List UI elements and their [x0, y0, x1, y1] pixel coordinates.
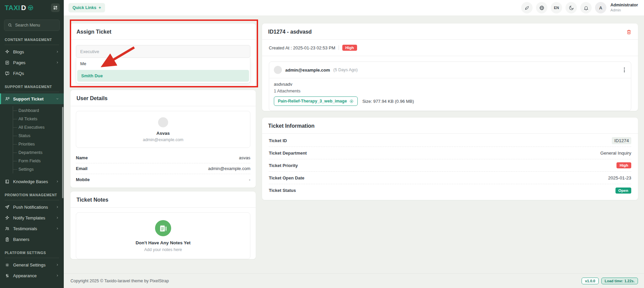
sidebar-item-appearance[interactable]: Appearance	[0, 270, 64, 281]
language-globe-button[interactable]	[536, 2, 547, 13]
submenu-item-priorities[interactable]: Priorities	[13, 140, 64, 148]
attachment-chip[interactable]: Pain-Relief-Therapy_3_web_image	[274, 96, 358, 106]
notes-empty-subtitle: Add your notes here	[80, 247, 247, 252]
sidebar-item-label: Knowledge Bases	[13, 179, 52, 184]
submenu-item-settings[interactable]: Settings	[13, 165, 64, 173]
row-label: Name	[76, 155, 88, 160]
language-code-button[interactable]: EN	[551, 2, 562, 13]
row-value: asvas	[239, 155, 250, 160]
headset-person-icon	[5, 96, 10, 101]
sidebar-item-label: Pages	[13, 60, 52, 65]
logo-text-white: D	[21, 4, 26, 12]
user-details-card: User Details Asvas admin@example.com Nam…	[70, 90, 256, 188]
chevron-down-icon	[56, 97, 59, 100]
sidebar-item-knowledge-bases[interactable]: Knowledge Bases	[0, 176, 64, 187]
section-label-platform-settings: PLATFORM SETTINGS	[5, 251, 59, 258]
submenu-item-form-fields[interactable]: Form Fields	[13, 157, 64, 165]
sidebar-item-support-ticket[interactable]: Support Ticket	[0, 93, 64, 104]
detail-row-name: Name asvas	[76, 153, 250, 163]
submenu-item-departments[interactable]: Departments	[13, 148, 64, 157]
ticket-message: admin@example.com (5 Days Ago) asdvsadv …	[269, 61, 631, 111]
sidebar-item-push-notifications[interactable]: Push Notifications	[0, 202, 64, 212]
chevron-right-icon	[56, 263, 59, 266]
detail-row-mobile: Mobile -	[76, 174, 250, 185]
avatar[interactable]: A	[595, 2, 606, 13]
message-menu-button[interactable]	[623, 66, 626, 74]
search-input[interactable]	[15, 23, 56, 28]
clipboard-icon	[5, 237, 10, 242]
sidebar-item-pages[interactable]: Pages	[0, 57, 64, 68]
profile-email: admin@example.com	[80, 137, 247, 142]
user-details-rows: Name asvas Email admin@example.com Mobil…	[70, 153, 256, 188]
sidebar-item-label: Appearance	[13, 273, 52, 278]
grid-icon	[53, 5, 58, 10]
footer: Copyright 2025 © Taxido-laravel theme by…	[64, 273, 644, 288]
dropdown-option-smith-due[interactable]: Smith Due	[77, 70, 249, 82]
ticket-information-title: Ticket Information	[268, 123, 314, 129]
notifications-button[interactable]	[580, 2, 592, 13]
sidebar-item-banners[interactable]: Banners	[0, 234, 64, 245]
ticket-notes-title: Ticket Notes	[77, 197, 108, 203]
gear-icon	[5, 262, 10, 268]
sidebar-item-testimonials[interactable]: Testimonials	[0, 223, 64, 234]
plus-icon: +	[99, 5, 101, 10]
sidebar-item-label: Banners	[13, 237, 59, 242]
star-pin-icon	[5, 215, 10, 220]
info-label: Ticket Status	[269, 188, 296, 193]
language-code-label: EN	[554, 6, 559, 10]
priority-badge: High	[616, 162, 631, 168]
dropdown-option-me[interactable]: Me	[76, 58, 250, 70]
sidebar-item-faqs[interactable]: FAQs	[0, 68, 64, 79]
submenu-item-all-executives[interactable]: All Executives	[13, 123, 64, 131]
message-time: (5 Days Ago)	[333, 68, 357, 72]
search-icon	[8, 23, 12, 28]
version-badge: v1.0.0	[582, 278, 599, 284]
user-name: Administrator	[610, 3, 638, 8]
page-icon	[5, 60, 10, 65]
user-menu[interactable]: Administrator Admin	[610, 3, 638, 12]
footer-badges: v1.0.0 Load time: 1.22s.	[582, 278, 638, 284]
info-label: Ticket ID	[269, 138, 287, 143]
chevron-right-icon	[56, 180, 59, 183]
notepad-icon	[155, 220, 171, 236]
sidebar-scrollbar[interactable]	[62, 107, 63, 198]
sidebar-item-label: FAQs	[13, 71, 59, 76]
users-icon	[5, 226, 10, 231]
sidebar-item-label: Notify Templates	[13, 215, 52, 220]
ticket-information-rows: Ticket ID ID1274 Ticket Department Gener…	[262, 134, 638, 200]
main-area: Quick Links + EN	[64, 0, 644, 288]
trash-icon	[626, 29, 632, 35]
submenu-item-all-tickets[interactable]: All Tickets	[13, 115, 64, 123]
right-column: ID1274 - asdvasd Created At : 2025-01-23…	[262, 24, 638, 273]
taxido-logo[interactable]: TAXID	[5, 4, 34, 12]
sidebar-item-general-settings[interactable]: General Settings	[0, 259, 64, 270]
sidebar-search[interactable]	[4, 19, 60, 31]
user-profile-box: Asvas admin@example.com	[76, 111, 250, 148]
attachment-row: Pain-Relief-Therapy_3_web_image Size: 97…	[274, 96, 626, 106]
executive-select-input[interactable]	[76, 45, 250, 58]
sidebar-logo-row: TAXID	[0, 0, 64, 15]
chevron-right-icon	[56, 274, 59, 277]
info-row-status: Ticket Status Open	[269, 184, 631, 197]
info-label: Ticket Priority	[269, 163, 298, 168]
ticket-id-value: ID1274	[612, 137, 631, 144]
profile-name: Asvas	[80, 131, 247, 136]
sidebar-item-blogs[interactable]: Blogs	[0, 46, 64, 57]
submenu-item-dashboard[interactable]: Dashboard	[13, 106, 64, 115]
quick-links-button[interactable]: Quick Links +	[68, 3, 105, 12]
brush-icon	[524, 5, 530, 11]
row-label: Mobile	[76, 177, 90, 182]
dark-mode-button[interactable]	[565, 2, 577, 13]
delete-ticket-button[interactable]	[626, 29, 632, 35]
priority-badge: High	[342, 45, 357, 51]
sidebar-toggle-button[interactable]	[51, 3, 60, 12]
assign-ticket-card: Assign Ticket Me Smith Due	[70, 24, 256, 87]
chevron-right-icon	[56, 61, 59, 64]
sidebar-item-label: Push Notifications	[13, 205, 52, 210]
info-row-priority: Ticket Priority High	[269, 159, 631, 172]
ticket-detail-title: ID1274 - asdvasd	[268, 29, 312, 35]
submenu-item-status[interactable]: Status	[13, 131, 64, 140]
sidebar-item-notify-templates[interactable]: Notify Templates	[0, 212, 64, 223]
customizer-button[interactable]	[521, 2, 533, 13]
department-value: General Inquiry	[600, 151, 631, 156]
